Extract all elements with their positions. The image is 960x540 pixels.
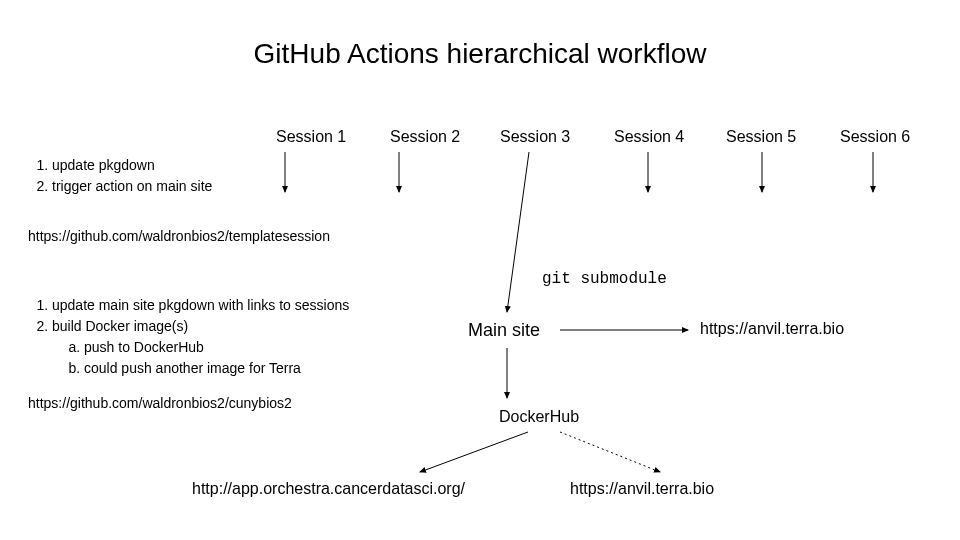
session-4: Session 4 [614, 128, 684, 146]
svg-line-8 [420, 432, 528, 472]
mid-step-2-text: build Docker image(s) [52, 318, 188, 334]
session-6: Session 6 [840, 128, 910, 146]
cunybios-url: https://github.com/waldronbios2/cunybios… [28, 395, 292, 411]
git-submodule-label: git submodule [542, 270, 667, 288]
diagram-arrows [0, 0, 960, 540]
session-3: Session 3 [500, 128, 570, 146]
svg-line-5 [507, 152, 529, 312]
top-step-2: trigger action on main site [52, 176, 212, 197]
mid-step-2: build Docker image(s) push to DockerHub … [52, 316, 349, 379]
main-site-node: Main site [468, 320, 540, 341]
dockerhub-node: DockerHub [499, 408, 579, 426]
page-title: GitHub Actions hierarchical workflow [0, 38, 960, 70]
mid-step-2b: could push another image for Terra [84, 358, 349, 379]
session-2: Session 2 [390, 128, 460, 146]
orchestra-url: http://app.orchestra.cancerdatasci.org/ [192, 480, 465, 498]
mid-steps-list: update main site pkgdown with links to s… [28, 295, 349, 379]
session-1: Session 1 [276, 128, 346, 146]
anvil-top-url: https://anvil.terra.bio [700, 320, 844, 338]
mid-step-2a: push to DockerHub [84, 337, 349, 358]
session-5: Session 5 [726, 128, 796, 146]
template-session-url: https://github.com/waldronbios2/template… [28, 228, 330, 244]
top-step-1: update pkgdown [52, 155, 212, 176]
top-steps-list: update pkgdown trigger action on main si… [28, 155, 212, 197]
anvil-bottom-url: https://anvil.terra.bio [570, 480, 714, 498]
svg-line-9 [560, 432, 660, 472]
mid-step-1: update main site pkgdown with links to s… [52, 295, 349, 316]
